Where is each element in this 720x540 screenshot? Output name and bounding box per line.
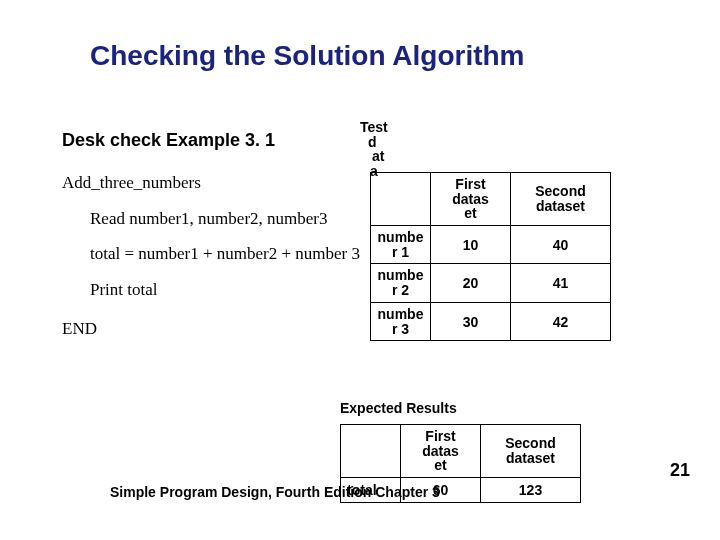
- t1-r0-second: 40: [511, 226, 611, 264]
- t1-r0-first: 10: [431, 226, 511, 264]
- page-title: Checking the Solution Algorithm: [90, 40, 525, 72]
- t1-r2-lb: r 3: [377, 322, 424, 337]
- table-row: numbe r 1 10 40: [371, 226, 611, 264]
- t2-row-second: 123: [481, 478, 581, 503]
- t1h-second-b: dataset: [517, 199, 604, 214]
- t1-r1-la: numbe: [377, 268, 424, 283]
- algorithm-assign: total = number1 + number2 + number 3: [90, 241, 362, 267]
- algorithm-end: END: [62, 316, 362, 342]
- table1-hdr-second: Second dataset: [511, 173, 611, 226]
- table2-hdr-first: First datas et: [401, 425, 481, 478]
- algorithm-print: Print total: [90, 277, 362, 303]
- t1h-first-c: et: [437, 206, 504, 221]
- expected-results-label: Expected Results: [340, 400, 457, 416]
- test-data-label: Test d at a: [360, 120, 410, 179]
- t1h-second-a: Second: [517, 184, 604, 199]
- t1-r1-first: 20: [431, 264, 511, 302]
- algorithm-block: Add_three_numbers Read number1, number2,…: [62, 170, 362, 342]
- t2h-first-b: datas: [409, 444, 472, 459]
- t1-r2-first: 30: [431, 302, 511, 340]
- td-l2: d: [360, 135, 410, 150]
- t2h-first-c: et: [409, 458, 472, 473]
- algorithm-name: Add_three_numbers: [62, 170, 362, 196]
- t1-r1-second: 41: [511, 264, 611, 302]
- t1h-first-a: First: [437, 177, 504, 192]
- test-data-table: First datas et Second dataset numbe r 1 …: [370, 172, 611, 341]
- table1-hdr-first: First datas et: [431, 173, 511, 226]
- table2-hdr-blank: [341, 425, 401, 478]
- t2h-first-a: First: [409, 429, 472, 444]
- t1-r1-lb: r 2: [377, 283, 424, 298]
- t1-r2-label: numbe r 3: [371, 302, 431, 340]
- table2-hdr-second: Second dataset: [481, 425, 581, 478]
- t1-r2-la: numbe: [377, 307, 424, 322]
- t2h-second-a: Second: [489, 436, 572, 451]
- t2h-second-b: dataset: [489, 451, 572, 466]
- t1-r2-second: 42: [511, 302, 611, 340]
- table-row: numbe r 2 20 41: [371, 264, 611, 302]
- td-l3: at: [360, 149, 410, 164]
- t1-r0-lb: r 1: [377, 245, 424, 260]
- algorithm-read: Read number1, number2, number3: [90, 206, 362, 232]
- t1-r0-label: numbe r 1: [371, 226, 431, 264]
- t1-r0-la: numbe: [377, 230, 424, 245]
- t1h-first-b: datas: [437, 192, 504, 207]
- td-l1: Test: [360, 120, 410, 135]
- example-subtitle: Desk check Example 3. 1: [62, 130, 275, 151]
- page-number: 21: [670, 460, 690, 481]
- t1-r1-label: numbe r 2: [371, 264, 431, 302]
- table-row: numbe r 3 30 42: [371, 302, 611, 340]
- table1-hdr-blank: [371, 173, 431, 226]
- footer-text: Simple Program Design, Fourth Edition Ch…: [110, 484, 440, 500]
